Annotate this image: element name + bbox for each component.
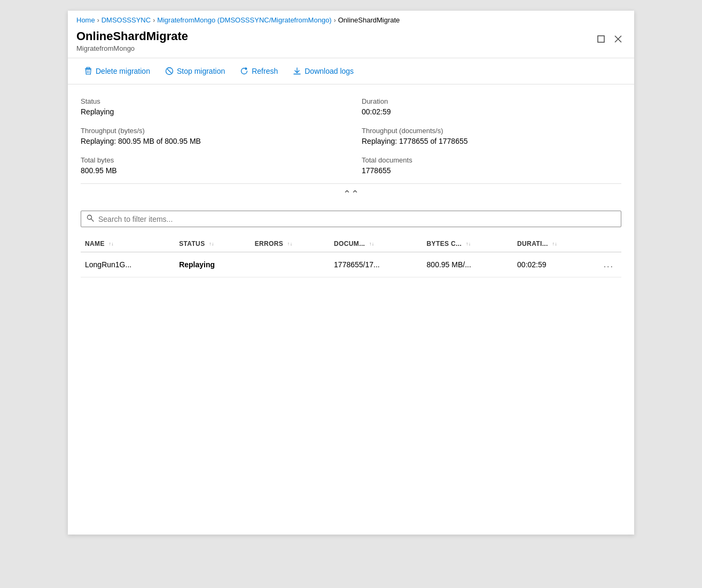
migration-table: NAME ↑↓ STATUS ↑↓ ERRORS ↑↓ DOCUM...: [81, 236, 621, 277]
sort-icon-documents: ↑↓: [369, 242, 375, 246]
cell-documents: 1778655/17...: [330, 252, 423, 277]
cell-status: Replaying: [175, 252, 251, 277]
breadcrumb-home[interactable]: Home: [76, 16, 95, 24]
throughput-docs-item: Throughput (documents/s) Replaying: 1778…: [362, 127, 621, 145]
chevron-up-icon: ⌃⌃: [343, 189, 359, 199]
maximize-button[interactable]: [594, 32, 609, 47]
table-header-row: NAME ↑↓ STATUS ↑↓ ERRORS ↑↓ DOCUM...: [81, 236, 621, 252]
status-value: Replaying: [81, 107, 340, 116]
delete-migration-label: Delete migration: [96, 67, 150, 75]
total-docs-value: 1778655: [362, 166, 621, 175]
col-header-name[interactable]: NAME ↑↓: [81, 236, 175, 252]
page-subtitle: MigratefromMongo: [76, 44, 188, 52]
status-label: Status: [81, 97, 340, 105]
col-header-status[interactable]: STATUS ↑↓: [175, 236, 251, 252]
sort-icon-status: ↑↓: [209, 242, 214, 246]
total-bytes-item: Total bytes 800.95 MB: [81, 156, 340, 175]
sort-icon-errors: ↑↓: [287, 242, 293, 246]
total-bytes-value: 800.95 MB: [81, 166, 340, 175]
col-header-bytes[interactable]: BYTES C... ↑↓: [423, 236, 513, 252]
svg-line-8: [167, 69, 171, 73]
delete-migration-button[interactable]: Delete migration: [76, 63, 158, 80]
col-header-duration[interactable]: DURATI... ↑↓: [513, 236, 596, 252]
total-docs-item: Total documents 1778655: [362, 156, 621, 175]
breadcrumb-sep-1: ›: [97, 17, 99, 24]
header-right: [594, 32, 626, 47]
total-bytes-label: Total bytes: [81, 156, 340, 164]
trash-icon: [84, 67, 92, 75]
more-options-button[interactable]: ...: [600, 259, 617, 270]
cell-errors: [251, 252, 330, 277]
throughput-docs-label: Throughput (documents/s): [362, 127, 621, 135]
collapse-button[interactable]: ⌃⌃: [339, 186, 363, 202]
sort-icon-bytes: ↑↓: [466, 242, 471, 246]
refresh-label: Refresh: [252, 67, 278, 75]
main-panel: Home › DMSOSSSYNC › MigratefromMongo (DM…: [68, 11, 634, 535]
sort-icon-name: ↑↓: [108, 242, 114, 246]
close-button[interactable]: [611, 32, 626, 47]
breadcrumb-sep-2: ›: [153, 17, 155, 24]
cell-more: ...: [596, 252, 621, 277]
refresh-icon: [240, 67, 248, 75]
table-body: LongRun1G...Replaying1778655/17...800.95…: [81, 252, 621, 277]
download-logs-label: Download logs: [305, 67, 354, 75]
col-header-documents[interactable]: DOCUM... ↑↓: [330, 236, 423, 252]
stop-migration-label: Stop migration: [177, 67, 225, 75]
col-header-actions: [596, 236, 621, 252]
sort-icon-duration: ↑↓: [552, 242, 557, 246]
download-icon: [293, 67, 301, 75]
duration-value: 00:02:59: [362, 107, 621, 116]
breadcrumb-dmsosssync[interactable]: DMSOSSSYNC: [102, 16, 151, 24]
toolbar: Delete migration Stop migration Refresh: [68, 58, 634, 84]
breadcrumb-sep-3: ›: [334, 17, 336, 24]
search-box: [81, 211, 621, 227]
table-container: NAME ↑↓ STATUS ↑↓ ERRORS ↑↓ DOCUM...: [81, 236, 621, 277]
cell-bytes: 800.95 MB/...: [423, 252, 513, 277]
download-logs-button[interactable]: Download logs: [285, 63, 361, 80]
svg-rect-3: [87, 67, 90, 68]
throughput-bytes-item: Throughput (bytes/s) Replaying: 800.95 M…: [81, 127, 340, 145]
throughput-bytes-label: Throughput (bytes/s): [81, 127, 340, 135]
duration-item: Duration 00:02:59: [362, 97, 621, 116]
total-docs-label: Total documents: [362, 156, 621, 164]
search-container: [81, 211, 621, 227]
header: OnlineShardMigrate MigratefromMongo: [68, 27, 634, 58]
cell-duration: 00:02:59: [513, 252, 596, 277]
throughput-bytes-value: Replaying: 800.95 MB of 800.95 MB: [81, 137, 340, 145]
breadcrumb-migratefrommongo[interactable]: MigratefromMongo (DMSOSSSYNC/Migratefrom…: [157, 16, 332, 24]
collapse-row: ⌃⌃: [81, 183, 621, 202]
table-row: LongRun1G...Replaying1778655/17...800.95…: [81, 252, 621, 277]
content-area: Status Replaying Duration 00:02:59 Throu…: [68, 84, 634, 535]
search-icon: [87, 214, 94, 223]
duration-label: Duration: [362, 97, 621, 105]
svg-rect-0: [598, 36, 604, 42]
col-header-errors[interactable]: ERRORS ↑↓: [251, 236, 330, 252]
header-left: OnlineShardMigrate MigratefromMongo: [76, 29, 188, 52]
search-input[interactable]: [98, 215, 615, 223]
refresh-button[interactable]: Refresh: [232, 63, 285, 80]
status-item: Status Replaying: [81, 97, 340, 116]
svg-rect-4: [85, 68, 91, 69]
info-grid: Status Replaying Duration 00:02:59 Throu…: [81, 97, 621, 175]
stop-migration-button[interactable]: Stop migration: [158, 63, 232, 80]
breadcrumb-current: OnlineShardMigrate: [338, 16, 400, 24]
svg-line-12: [91, 219, 94, 222]
status-badge: Replaying: [81, 107, 114, 116]
page-title: OnlineShardMigrate: [76, 29, 188, 43]
stop-icon: [165, 67, 174, 75]
breadcrumb: Home › DMSOSSSYNC › MigratefromMongo (DM…: [68, 11, 634, 27]
cell-name: LongRun1G...: [81, 252, 175, 277]
throughput-docs-value: Replaying: 1778655 of 1778655: [362, 137, 621, 145]
